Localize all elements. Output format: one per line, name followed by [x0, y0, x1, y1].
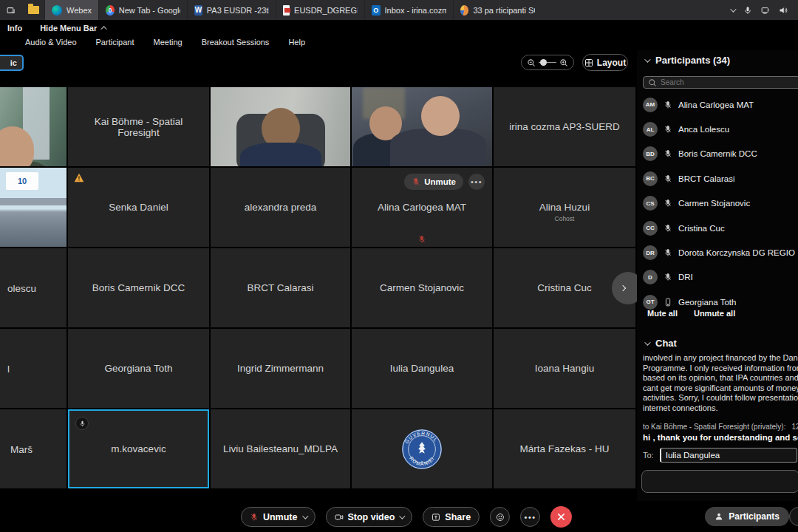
video-tile[interactable]: Boris Camernik DCC [68, 248, 209, 327]
participant-row[interactable]: DR Dorota Korczynska DG REGIO [643, 240, 798, 265]
pdf-icon [283, 5, 290, 16]
video-tile[interactable]: Carmen Stojanovic [352, 248, 492, 327]
clipped-chat-button[interactable] [789, 507, 798, 526]
tray-volume-icon[interactable] [779, 6, 788, 15]
video-tile[interactable]: Liviu Bailesteanu_MDLPA [211, 409, 350, 488]
video-tile-partial[interactable]: l [0, 329, 66, 408]
menu-participant[interactable]: Participant [96, 38, 134, 47]
video-tile[interactable]: Kai Böhme - Spatial Foresight [68, 87, 209, 166]
menu-breakout-sessions[interactable]: Breakout Sessions [202, 38, 270, 47]
task-view-button[interactable] [0, 0, 22, 20]
menu-meeting[interactable]: Meeting [154, 38, 183, 47]
tile-name: Iulia Dangulea [386, 363, 458, 374]
meeting-control-bar: Unmute Stop video Share ••• Participan [0, 501, 798, 532]
chevron-down-icon[interactable] [302, 513, 308, 519]
taskbar-tab-label: Inbox - irina.cozma... [385, 6, 447, 15]
taskbar-tab-outlook[interactable]: O Inbox - irina.cozma... [364, 0, 453, 20]
participant-row[interactable]: CS Carmen Stojanovic [643, 191, 798, 216]
video-tile[interactable]: GUVERNUL ROMÂNIEI [352, 409, 492, 488]
recipient-select[interactable]: Iulia Dangulea [660, 448, 797, 463]
camera-icon [334, 513, 343, 522]
participants-panel-title: Participants (34) [655, 55, 730, 66]
participant-name: DRI [678, 273, 693, 282]
tile-name: irina cozma AP3-SUERD [505, 121, 624, 132]
video-tile[interactable]: alexandra preda [211, 168, 350, 247]
taskbar-tab-pdf[interactable]: EUSDR_DGREGIO-C... [276, 0, 364, 20]
video-tile[interactable]: Ingrid Zimmermann [211, 329, 350, 408]
avatar: AM [643, 98, 658, 112]
menu-info[interactable]: Info [7, 24, 22, 33]
participant-row[interactable]: AM Alina Carlogea MAT [643, 92, 798, 117]
participant-row[interactable]: BC BRCT Calarasi [643, 166, 798, 191]
video-tile[interactable]: Senka Daniel [68, 168, 209, 247]
os-taskbar: Webex New Tab - Google ... W PA3 EUSDR -… [0, 0, 798, 20]
tile-name: alexandra preda [240, 202, 321, 213]
video-tile[interactable]: Unmute ••• Alina Carlogea MAT [352, 168, 492, 247]
avatar: CC [643, 221, 658, 236]
menu-help[interactable]: Help [288, 38, 305, 47]
video-grid: Kai Böhme - Spatial Foresight irina cozm… [0, 87, 635, 488]
menu-audio-video[interactable]: Audio & Video [25, 38, 77, 47]
powerpoint-icon [460, 5, 468, 16]
video-tile[interactable]: Alina Huzui Cohost [494, 168, 635, 247]
leave-meeting-button[interactable] [550, 506, 572, 528]
share-button[interactable]: Share [423, 507, 480, 527]
more-options-button[interactable]: ••• [520, 507, 540, 527]
video-tile-partial[interactable]: Marš [0, 409, 66, 488]
video-tile[interactable]: Georgiana Toth [68, 329, 209, 408]
taskbar-tab-chrome[interactable]: New Tab - Google ... [98, 0, 187, 20]
zoom-slider-knob[interactable] [540, 59, 547, 66]
participant-row[interactable]: CC Cristina Cuc [643, 216, 798, 240]
taskbar-tab-webex[interactable]: Webex [44, 0, 98, 20]
layout-button[interactable]: Layout [582, 54, 628, 71]
chat-private-recipient: to Kai Böhme - Spatial Foresight (privat… [643, 423, 785, 431]
participants-toggle-button[interactable]: Participants [705, 507, 789, 526]
avatar: DR [643, 245, 658, 260]
taskbar-tab-word[interactable]: W PA3 EUSDR -23th-S... [187, 0, 276, 20]
chat-panel-header[interactable]: Chat [644, 338, 677, 349]
mute-all-button[interactable]: Mute all [647, 309, 678, 318]
taskbar-tab-powerpoint[interactable]: 33 pa rticipanti SG ... [453, 0, 542, 20]
clipped-left-button[interactable]: ic [0, 55, 24, 71]
unmute-all-button[interactable]: Unmute all [694, 309, 735, 318]
stop-video-button[interactable]: Stop video [325, 507, 412, 527]
zoom-out-icon[interactable] [527, 58, 536, 67]
webex-meeting-window: Webex New Tab - Google ... W PA3 EUSDR -… [0, 0, 798, 532]
tray-mic-icon[interactable] [743, 6, 752, 15]
participant-row[interactable]: AL Anca Lolescu [643, 117, 798, 141]
chat-input[interactable] [641, 470, 798, 493]
video-tile[interactable]: irina cozma AP3-SUERD [494, 87, 635, 166]
video-tile-partial[interactable] [0, 87, 66, 166]
tile-more-button[interactable]: ••• [468, 174, 485, 190]
video-tile-partial[interactable]: olescu [0, 248, 66, 327]
avatar: D [643, 270, 658, 284]
video-tile[interactable] [211, 87, 350, 166]
grid-zoom-control[interactable] [521, 55, 574, 70]
layout-grid-icon [584, 58, 593, 67]
participant-row[interactable]: BD Boris Camernik DCC [643, 142, 798, 166]
zoom-slider[interactable] [539, 62, 556, 64]
video-tile-active-speaker[interactable]: m.kovacevic [68, 409, 209, 488]
chevron-down-icon[interactable] [400, 513, 406, 519]
file-explorer-button[interactable] [22, 0, 44, 20]
outlook-icon: O [372, 5, 380, 16]
participant-search[interactable] [643, 76, 798, 89]
sidebar: Participants (34) AM Alina Carlogea MAT … [637, 50, 798, 502]
video-tile[interactable]: Iulia Dangulea [352, 329, 492, 408]
zoom-in-icon[interactable] [559, 58, 568, 67]
video-tile[interactable] [352, 87, 492, 166]
tray-network-icon[interactable] [761, 6, 770, 15]
unmute-button[interactable]: Unmute [241, 507, 316, 527]
tile-unmute-button[interactable]: Unmute [404, 174, 463, 190]
tray-chevron-icon[interactable] [730, 6, 736, 12]
video-tile[interactable]: BRCT Calarasi [211, 248, 350, 327]
video-tile-partial[interactable]: 10 [0, 168, 66, 247]
search-input[interactable] [661, 78, 796, 86]
tile-name: olescu [3, 282, 41, 293]
video-tile[interactable]: Ioana Hangiu [494, 329, 635, 408]
participants-panel-header[interactable]: Participants (34) [644, 55, 730, 66]
video-tile[interactable]: Márta Fazekas - HU [494, 409, 635, 488]
participant-row[interactable]: D DRI [643, 265, 798, 290]
reactions-button[interactable] [490, 507, 510, 527]
hide-menu-bar-button[interactable]: Hide Menu Bar [40, 24, 107, 33]
